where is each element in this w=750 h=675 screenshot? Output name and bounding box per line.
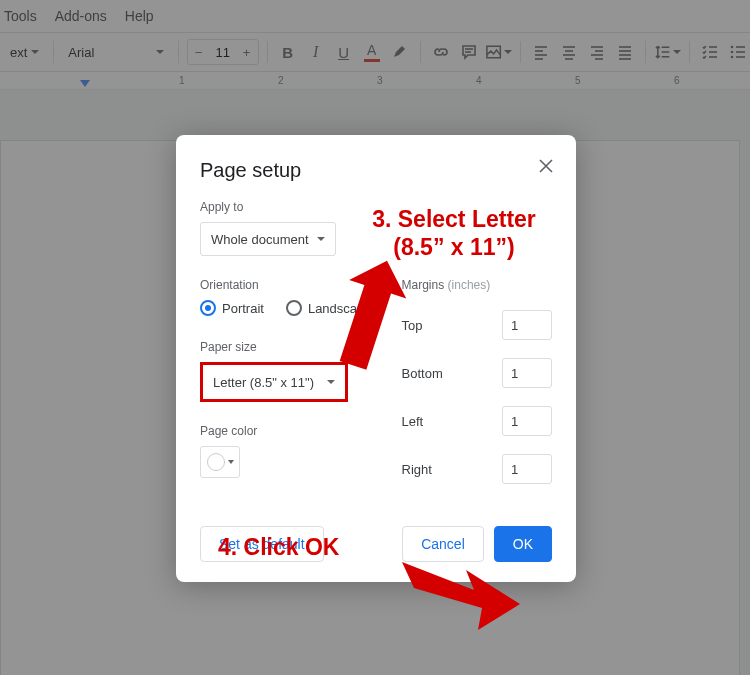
apply-to-label: Apply to xyxy=(200,200,552,214)
close-button[interactable] xyxy=(538,157,554,177)
paper-size-dropdown[interactable]: Letter (8.5" x 11") xyxy=(200,362,348,402)
color-swatch-icon xyxy=(207,453,225,471)
margins-label: Margins (inches) xyxy=(402,278,552,292)
ok-button[interactable]: OK xyxy=(494,526,552,562)
chevron-down-icon xyxy=(228,460,234,464)
margin-bottom-input[interactable] xyxy=(502,358,552,388)
radio-icon xyxy=(200,300,216,316)
margin-left-label: Left xyxy=(402,414,424,429)
page-color-dropdown[interactable] xyxy=(200,446,240,478)
dialog-title: Page setup xyxy=(200,159,552,182)
orientation-label: Orientation xyxy=(200,278,372,292)
chevron-down-icon xyxy=(327,380,335,384)
margin-right-input[interactable] xyxy=(502,454,552,484)
margin-top-label: Top xyxy=(402,318,423,333)
orientation-portrait-radio[interactable]: Portrait xyxy=(200,300,264,316)
margin-right-label: Right xyxy=(402,462,432,477)
page-setup-dialog: Page setup Apply to Whole document Orien… xyxy=(176,135,576,582)
cancel-button[interactable]: Cancel xyxy=(402,526,484,562)
margin-top-input[interactable] xyxy=(502,310,552,340)
chevron-down-icon xyxy=(317,237,325,241)
radio-icon xyxy=(286,300,302,316)
margin-left-input[interactable] xyxy=(502,406,552,436)
page-color-label: Page color xyxy=(200,424,372,438)
set-as-default-button[interactable]: Set as default xyxy=(200,526,324,562)
apply-to-dropdown[interactable]: Whole document xyxy=(200,222,336,256)
orientation-landscape-radio[interactable]: Landscape xyxy=(286,300,372,316)
paper-size-label: Paper size xyxy=(200,340,372,354)
margin-bottom-label: Bottom xyxy=(402,366,443,381)
